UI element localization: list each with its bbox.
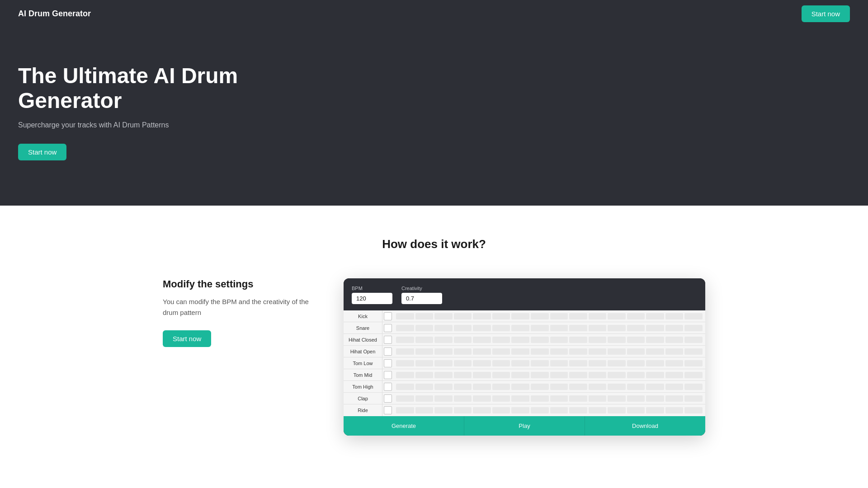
dm-row-checkbox[interactable]: [384, 371, 392, 379]
dm-cell[interactable]: [492, 348, 510, 355]
dm-cell[interactable]: [396, 348, 414, 355]
dm-cell[interactable]: [415, 360, 434, 366]
dm-cell[interactable]: [569, 372, 587, 378]
dm-bpm-input[interactable]: [352, 293, 392, 304]
dm-cell[interactable]: [589, 337, 607, 343]
dm-cell[interactable]: [684, 360, 703, 366]
dm-cell[interactable]: [531, 407, 549, 413]
dm-cell[interactable]: [531, 384, 549, 390]
dm-cell[interactable]: [454, 372, 472, 378]
dm-cell[interactable]: [589, 325, 607, 331]
dm-cell[interactable]: [608, 325, 626, 331]
dm-cell[interactable]: [492, 395, 510, 402]
dm-cell[interactable]: [511, 384, 529, 390]
hero-start-now-button[interactable]: Start now: [18, 144, 66, 160]
dm-cell[interactable]: [415, 348, 434, 355]
dm-cell[interactable]: [627, 372, 645, 378]
dm-row-checkbox[interactable]: [384, 383, 392, 391]
dm-cell[interactable]: [511, 325, 529, 331]
dm-cell[interactable]: [492, 407, 510, 413]
dm-cell[interactable]: [569, 384, 587, 390]
dm-cell[interactable]: [569, 395, 587, 402]
dm-cell[interactable]: [589, 395, 607, 402]
dm-cell[interactable]: [434, 313, 453, 319]
dm-cell[interactable]: [396, 372, 414, 378]
dm-cell[interactable]: [550, 360, 568, 366]
dm-cell[interactable]: [511, 348, 529, 355]
dm-cell[interactable]: [531, 325, 549, 331]
dm-cell[interactable]: [550, 325, 568, 331]
dm-cell[interactable]: [473, 395, 491, 402]
dm-cell[interactable]: [569, 360, 587, 366]
dm-play-button[interactable]: Play: [464, 416, 585, 436]
nav-start-now-button[interactable]: Start now: [802, 5, 850, 22]
dm-cell[interactable]: [511, 313, 529, 319]
dm-cell[interactable]: [415, 407, 434, 413]
dm-cell[interactable]: [434, 407, 453, 413]
dm-cell[interactable]: [684, 313, 703, 319]
dm-cell[interactable]: [473, 337, 491, 343]
dm-cell[interactable]: [646, 372, 664, 378]
dm-cell[interactable]: [511, 360, 529, 366]
dm-cell[interactable]: [511, 407, 529, 413]
dm-cell[interactable]: [627, 325, 645, 331]
dm-cell[interactable]: [684, 348, 703, 355]
dm-cell[interactable]: [646, 395, 664, 402]
dm-cell[interactable]: [396, 395, 414, 402]
dm-row-checkbox[interactable]: [384, 312, 392, 320]
dm-cell[interactable]: [627, 313, 645, 319]
dm-row-checkbox[interactable]: [384, 359, 392, 367]
dm-cell[interactable]: [454, 313, 472, 319]
dm-download-button[interactable]: Download: [585, 416, 705, 436]
dm-cell[interactable]: [531, 337, 549, 343]
dm-row-checkbox[interactable]: [384, 347, 392, 356]
dm-cell[interactable]: [511, 395, 529, 402]
dm-row-checkbox[interactable]: [384, 336, 392, 344]
dm-cell[interactable]: [396, 360, 414, 366]
dm-cell[interactable]: [434, 372, 453, 378]
dm-cell[interactable]: [531, 372, 549, 378]
dm-cell[interactable]: [665, 372, 684, 378]
dm-cell[interactable]: [665, 407, 684, 413]
dm-cell[interactable]: [454, 348, 472, 355]
dm-cell[interactable]: [531, 348, 549, 355]
dm-cell[interactable]: [454, 384, 472, 390]
dm-cell[interactable]: [415, 372, 434, 378]
dm-cell[interactable]: [646, 313, 664, 319]
dm-cell[interactable]: [396, 337, 414, 343]
dm-cell[interactable]: [608, 372, 626, 378]
dm-row-checkbox[interactable]: [384, 406, 392, 414]
dm-cell[interactable]: [492, 372, 510, 378]
dm-cell[interactable]: [665, 348, 684, 355]
dm-cell[interactable]: [665, 384, 684, 390]
dm-cell[interactable]: [492, 325, 510, 331]
dm-cell[interactable]: [569, 407, 587, 413]
dm-cell[interactable]: [550, 337, 568, 343]
dm-cell[interactable]: [684, 395, 703, 402]
dm-cell[interactable]: [608, 360, 626, 366]
dm-cell[interactable]: [454, 325, 472, 331]
dm-cell[interactable]: [665, 395, 684, 402]
dm-row-checkbox[interactable]: [384, 394, 392, 403]
dm-cell[interactable]: [684, 325, 703, 331]
dm-cell[interactable]: [608, 348, 626, 355]
dm-cell[interactable]: [569, 348, 587, 355]
dm-cell[interactable]: [434, 348, 453, 355]
dm-cell[interactable]: [569, 325, 587, 331]
dm-cell[interactable]: [454, 360, 472, 366]
dm-cell[interactable]: [589, 372, 607, 378]
dm-cell[interactable]: [454, 407, 472, 413]
dm-cell[interactable]: [589, 384, 607, 390]
dm-cell[interactable]: [608, 313, 626, 319]
dm-cell[interactable]: [492, 313, 510, 319]
dm-cell[interactable]: [473, 313, 491, 319]
dm-cell[interactable]: [627, 337, 645, 343]
dm-cell[interactable]: [415, 384, 434, 390]
dm-cell[interactable]: [473, 325, 491, 331]
dm-cell[interactable]: [589, 313, 607, 319]
dm-cell[interactable]: [492, 360, 510, 366]
dm-cell[interactable]: [415, 313, 434, 319]
dm-cell[interactable]: [434, 395, 453, 402]
dm-cell[interactable]: [550, 313, 568, 319]
dm-cell[interactable]: [589, 348, 607, 355]
